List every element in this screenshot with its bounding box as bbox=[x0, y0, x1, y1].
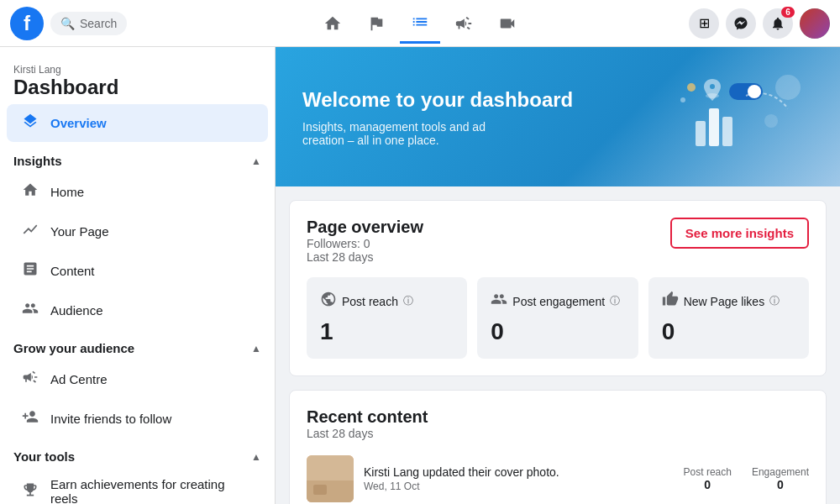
grid-button[interactable]: ⊞ bbox=[689, 8, 719, 39]
sidebar-item-home-label: Home bbox=[50, 185, 84, 199]
post-engagement-value: 0 bbox=[491, 318, 624, 345]
new-page-likes-info-icon[interactable]: ⓘ bbox=[769, 294, 780, 308]
content-item-cover: Kirsti Lang updated their cover photo. W… bbox=[307, 447, 809, 504]
chevron-up-icon: ▲ bbox=[251, 155, 261, 167]
cover-photo-date: Wed, 11 Oct bbox=[364, 480, 674, 492]
sidebar-item-invite-friends-label: Invite friends to follow bbox=[50, 412, 171, 426]
post-reach-col-label: Post reach bbox=[684, 466, 732, 478]
sidebar-section-insights[interactable]: Insights ▲ bbox=[0, 144, 275, 171]
sidebar-section-grow-label: Grow your audience bbox=[13, 341, 134, 355]
top-navigation: f 🔍 Search ⊞ 6 bbox=[0, 0, 840, 47]
metric-new-page-likes: New Page likes ⓘ 0 bbox=[648, 277, 809, 359]
ad-icon bbox=[20, 369, 40, 390]
content-icon bbox=[20, 260, 40, 281]
search-placeholder: Search bbox=[80, 17, 117, 30]
nav-insights-button[interactable] bbox=[400, 3, 440, 44]
page-overview-card: Page overview Followers: 0 Last 28 days … bbox=[289, 200, 827, 376]
hero-title: Welcome to your dashboard bbox=[302, 87, 573, 113]
search-icon: 🔍 bbox=[60, 17, 75, 30]
hero-banner: Welcome to your dashboard Insights, mana… bbox=[276, 47, 840, 186]
sidebar-item-content-label: Content bbox=[50, 264, 95, 278]
cover-photo-info: Kirsti Lang updated their cover photo. W… bbox=[364, 465, 674, 492]
main-content: Welcome to your dashboard Insights, mana… bbox=[276, 47, 840, 504]
sidebar-item-home[interactable]: Home bbox=[7, 173, 268, 211]
sidebar-item-audience-label: Audience bbox=[50, 303, 103, 318]
post-engagement-label: Post engagement bbox=[512, 295, 605, 308]
sidebar-item-content[interactable]: Content bbox=[7, 252, 268, 290]
sidebar-title: Dashboard bbox=[13, 76, 261, 99]
globe-icon bbox=[320, 291, 337, 312]
nav-megaphone-button[interactable] bbox=[444, 3, 484, 44]
post-reach-info-icon[interactable]: ⓘ bbox=[403, 294, 413, 308]
sidebar-item-your-page-label: Your Page bbox=[50, 224, 109, 239]
sidebar-item-audience[interactable]: Audience bbox=[7, 291, 268, 329]
nav-center bbox=[178, 3, 662, 44]
hero-subtitle: Insights, management tools and ad creati… bbox=[302, 120, 521, 147]
hero-text: Welcome to your dashboard Insights, mana… bbox=[302, 87, 573, 146]
sidebar-section-tools[interactable]: Your tools ▲ bbox=[0, 439, 275, 467]
see-more-insights-button[interactable]: See more insights bbox=[670, 218, 809, 249]
svg-rect-4 bbox=[722, 117, 732, 146]
section-header: Page overview Followers: 0 Last 28 days … bbox=[307, 218, 809, 264]
messenger-button[interactable] bbox=[726, 8, 756, 39]
engagement-col-label: Engagement bbox=[752, 466, 809, 478]
engagement-icon bbox=[491, 291, 507, 312]
sidebar-item-overview[interactable]: Overview bbox=[7, 104, 268, 142]
sidebar-item-overview-label: Overview bbox=[50, 116, 107, 130]
svg-rect-13 bbox=[313, 485, 327, 495]
svg-point-1 bbox=[764, 114, 778, 128]
nav-left: f 🔍 Search bbox=[10, 7, 178, 40]
new-page-likes-label: New Page likes bbox=[684, 295, 765, 308]
trophy-icon bbox=[20, 481, 40, 502]
invite-icon bbox=[20, 408, 40, 429]
post-engagement-info-icon[interactable]: ⓘ bbox=[610, 294, 620, 308]
cover-engagement-stat: Engagement 0 bbox=[752, 466, 809, 491]
recent-content-card: Recent content Last 28 days Kirsti Lang … bbox=[289, 390, 827, 504]
cover-photo-stats: Post reach 0 Engagement 0 bbox=[684, 466, 809, 491]
svg-point-10 bbox=[680, 97, 685, 102]
sidebar-item-earn-achievements-label: Earn achievements for creating reels bbox=[50, 477, 255, 504]
sidebar-item-ad-centre-label: Ad Centre bbox=[50, 372, 108, 386]
sidebar: Kirsti Lang Dashboard Overview Insights … bbox=[0, 47, 276, 504]
cover-engagement-value: 0 bbox=[752, 478, 809, 491]
nav-video-button[interactable] bbox=[487, 3, 528, 44]
hero-illustration bbox=[645, 71, 813, 163]
user-avatar[interactable] bbox=[800, 8, 830, 39]
facebook-logo[interactable]: f bbox=[10, 7, 44, 40]
svg-point-8 bbox=[710, 84, 715, 89]
nav-flag-button[interactable] bbox=[356, 3, 396, 44]
followers-label: Followers: 0 bbox=[307, 237, 423, 250]
page-icon bbox=[20, 221, 40, 242]
cover-post-reach-value: 0 bbox=[684, 478, 732, 491]
post-reach-label: Post reach bbox=[342, 295, 398, 308]
sidebar-item-ad-centre[interactable]: Ad Centre bbox=[7, 360, 268, 398]
cover-photo-thumb bbox=[307, 455, 354, 502]
new-page-likes-value: 0 bbox=[662, 318, 795, 345]
metrics-row: Post reach ⓘ 1 Post engagement ⓘ 0 bbox=[307, 277, 809, 359]
nav-right: ⊞ 6 bbox=[662, 8, 830, 39]
sidebar-username: Kirsti Lang bbox=[13, 64, 261, 76]
sidebar-section-grow[interactable]: Grow your audience ▲ bbox=[0, 331, 275, 359]
post-reach-value: 1 bbox=[320, 318, 454, 345]
cover-photo-title: Kirsti Lang updated their cover photo. bbox=[364, 465, 674, 479]
sidebar-item-your-page[interactable]: Your Page bbox=[7, 213, 268, 250]
notification-badge: 6 bbox=[781, 7, 795, 18]
sidebar-section-insights-label: Insights bbox=[13, 154, 62, 168]
notifications-button[interactable]: 6 bbox=[763, 8, 793, 39]
sidebar-section-tools-label: Your tools bbox=[13, 449, 75, 464]
svg-rect-2 bbox=[696, 121, 706, 146]
sidebar-item-earn-achievements[interactable]: Earn achievements for creating reels bbox=[7, 469, 268, 504]
search-box[interactable]: 🔍 Search bbox=[50, 12, 127, 35]
thumbsup-icon bbox=[662, 291, 679, 312]
svg-rect-3 bbox=[709, 108, 719, 146]
cover-post-reach-stat: Post reach 0 bbox=[684, 466, 732, 491]
recent-content-title: Recent content bbox=[307, 407, 809, 427]
nav-home-button[interactable] bbox=[312, 3, 353, 44]
svg-point-0 bbox=[775, 75, 801, 100]
metric-post-engagement: Post engagement ⓘ 0 bbox=[477, 277, 638, 359]
chevron-up-icon-2: ▲ bbox=[251, 343, 261, 354]
page-overview-title: Page overview bbox=[307, 218, 423, 237]
period-label: Last 28 days bbox=[307, 250, 423, 264]
sidebar-item-invite-friends[interactable]: Invite friends to follow bbox=[7, 400, 268, 438]
home-icon bbox=[20, 181, 40, 202]
